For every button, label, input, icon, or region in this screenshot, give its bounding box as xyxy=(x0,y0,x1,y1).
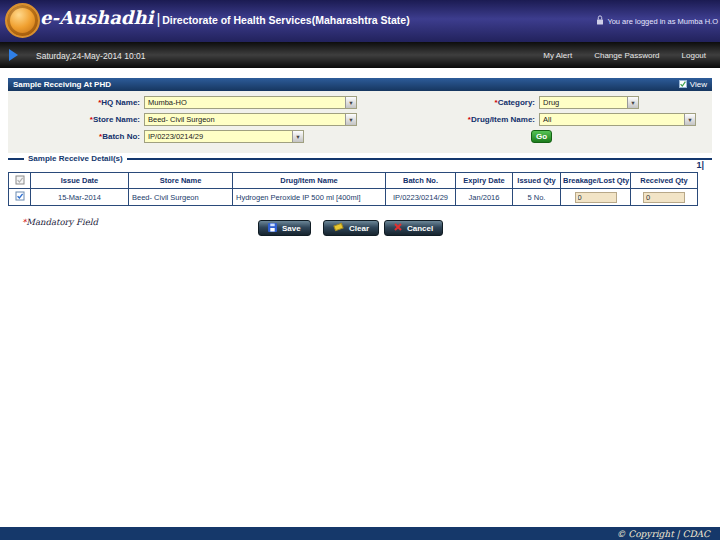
cell-issued-qty: 5 No. xyxy=(513,189,561,206)
navbar: Saturday,24-May-2014 10:01 My Alert Chan… xyxy=(0,42,720,68)
cell-breakage-qty xyxy=(561,189,631,206)
section-divider: Sample Receive Detail(s) xyxy=(8,154,712,163)
cell-received-qty xyxy=(631,189,698,206)
cell-issue-date: 15-Mar-2014 xyxy=(31,189,129,206)
app-header: e-Aushadhi | Directorate of Health Servi… xyxy=(0,0,720,42)
col-header-breakage-qty: Breakage/Lost Qty xyxy=(561,173,631,189)
copyright-text: © Copyright | CDAC xyxy=(616,529,710,539)
nav-links: My Alert Change Password Logout xyxy=(543,51,706,60)
col-header-issued-qty: Issued Qty xyxy=(513,173,561,189)
page-title-bar: Sample Receiving At PHD View xyxy=(8,78,712,91)
col-header-expiry-date: Expiry Date xyxy=(456,173,513,189)
category-label: *Category: xyxy=(420,98,535,107)
clear-button[interactable]: Clear xyxy=(323,220,379,236)
view-label: View xyxy=(690,80,707,89)
brand-name: e-Aushadhi xyxy=(40,7,153,28)
app-window: e-Aushadhi | Directorate of Health Servi… xyxy=(0,0,720,540)
batch-no-value: IP/0223/0214/29 xyxy=(148,132,203,141)
login-status-text: You are logged in as Mumba H.O xyxy=(607,17,718,26)
main-content: Sample Receiving At PHD View *HQ Name: M… xyxy=(0,68,720,527)
batch-no-label: *Batch No: xyxy=(30,132,140,141)
store-name-label-text: Store Name: xyxy=(93,115,140,124)
col-header-store-name: Store Name xyxy=(129,173,233,189)
chevron-down-icon: ▼ xyxy=(345,97,356,108)
table-row: 15-Mar-2014 Beed- Civil Surgeon Hydrogen… xyxy=(9,189,698,206)
brand-separator: | xyxy=(156,10,160,27)
save-button[interactable]: Save xyxy=(258,220,311,236)
row-checkbox[interactable] xyxy=(9,189,31,206)
divider-line xyxy=(127,158,712,160)
col-header-issue-date: Issue Date xyxy=(31,173,129,189)
drug-item-value: All xyxy=(543,115,551,124)
received-qty-input[interactable] xyxy=(643,192,685,203)
batch-no-label-text: Batch No: xyxy=(102,132,140,141)
chevron-down-icon: ▼ xyxy=(345,114,356,125)
cell-drug-item: Hydrogen Peroxide IP 500 ml [400ml] xyxy=(233,189,386,206)
hq-name-value: Mumba-HO xyxy=(148,98,187,107)
org-name: Directorate of Health Services(Maharasht… xyxy=(162,14,409,26)
table-header-row: Issue Date Store Name Drug/Item Name Bat… xyxy=(9,173,698,189)
view-icon xyxy=(679,80,687,90)
drug-item-select[interactable]: All ▼ xyxy=(539,113,696,126)
cancel-label: Cancel xyxy=(407,224,433,233)
datetime-text: Saturday,24-May-2014 10:01 xyxy=(36,51,145,61)
page-number[interactable]: 1| xyxy=(696,160,704,170)
my-alert-link[interactable]: My Alert xyxy=(543,51,572,60)
chevron-down-icon: ▼ xyxy=(684,114,695,125)
logout-link[interactable]: Logout xyxy=(682,51,706,60)
footer: © Copyright | CDAC xyxy=(0,527,720,540)
col-header-received-qty: Received Qty xyxy=(631,173,698,189)
store-name-select[interactable]: Beed- Civil Surgeon ▼ xyxy=(144,113,357,126)
view-control[interactable]: View xyxy=(679,80,707,90)
batch-no-select[interactable]: IP/0223/0214/29 ▼ xyxy=(144,130,304,143)
category-select[interactable]: Drug ▼ xyxy=(539,96,639,109)
category-label-text: Category: xyxy=(498,98,535,107)
emblem-logo-icon xyxy=(5,3,40,38)
select-all-checkbox[interactable] xyxy=(9,173,31,189)
cancel-x-icon xyxy=(394,223,402,233)
change-password-link[interactable]: Change Password xyxy=(594,51,659,60)
clear-label: Clear xyxy=(349,224,369,233)
hq-name-label: *HQ Name: xyxy=(30,98,140,107)
category-value: Drug xyxy=(543,98,559,107)
drug-item-label: *Drug/Item Name: xyxy=(420,115,535,124)
go-button[interactable]: Go xyxy=(531,130,552,143)
mandatory-note-text: Mandatory Field xyxy=(26,217,98,227)
save-icon xyxy=(268,223,277,234)
page-title: Sample Receiving At PHD xyxy=(13,80,111,89)
save-label: Save xyxy=(282,224,301,233)
breakage-qty-input[interactable] xyxy=(575,192,617,203)
divider-line xyxy=(8,158,24,160)
cell-store-name: Beed- Civil Surgeon xyxy=(129,189,233,206)
hq-name-label-text: HQ Name: xyxy=(101,98,140,107)
col-header-batch-no: Batch No. xyxy=(386,173,456,189)
login-status: You are logged in as Mumba H.O xyxy=(596,15,718,27)
store-name-label: *Store Name: xyxy=(30,115,140,124)
store-name-value: Beed- Civil Surgeon xyxy=(148,115,215,124)
nav-arrow-icon[interactable] xyxy=(7,48,20,66)
brand: e-Aushadhi | Directorate of Health Servi… xyxy=(40,7,410,28)
cancel-button[interactable]: Cancel xyxy=(384,220,443,236)
hq-name-select[interactable]: Mumba-HO ▼ xyxy=(144,96,357,109)
eraser-icon xyxy=(333,222,344,234)
chevron-down-icon: ▼ xyxy=(292,131,303,142)
chevron-down-icon: ▼ xyxy=(627,97,638,108)
mandatory-field-note: *Mandatory Field xyxy=(22,217,98,227)
sample-receive-table: Issue Date Store Name Drug/Item Name Bat… xyxy=(8,172,698,206)
cell-batch-no: IP/0223/0214/29 xyxy=(386,189,456,206)
drug-item-label-text: Drug/Item Name: xyxy=(471,115,535,124)
lock-icon xyxy=(596,15,604,27)
col-header-drug-item: Drug/Item Name xyxy=(233,173,386,189)
cell-expiry-date: Jan/2016 xyxy=(456,189,513,206)
section-title: Sample Receive Detail(s) xyxy=(28,154,123,163)
